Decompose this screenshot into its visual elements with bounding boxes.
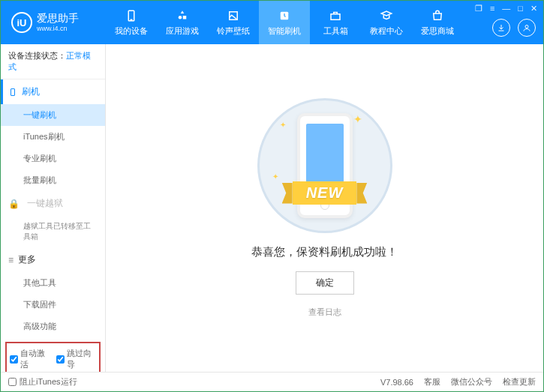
maximize-button[interactable]: □ — [518, 4, 523, 13]
success-message: 恭喜您，保资料刷机成功啦！ — [251, 245, 398, 259]
main-content: ✦ ✦ ✦ NEW 恭喜您，保资料刷机成功啦！ 确定 查看日志 — [106, 44, 543, 372]
section-jailbreak[interactable]: 🔒一键越狱 — [1, 191, 105, 216]
wallpaper-icon — [227, 9, 240, 22]
svg-point-2 — [179, 16, 182, 19]
svg-point-7 — [525, 25, 528, 28]
svg-rect-3 — [183, 16, 187, 19]
top-nav: 我的设备 应用游戏 铃声壁纸 智能刷机 工具箱 教程中心 爱思商城 — [106, 1, 463, 44]
wechat-link[interactable]: 微信公众号 — [451, 376, 492, 388]
sidebar-item-download[interactable]: 下载固件 — [1, 294, 105, 316]
nav-ringtone[interactable]: 铃声壁纸 — [208, 1, 259, 44]
logo-icon: iU — [11, 12, 32, 33]
apps-icon — [176, 9, 189, 22]
section-label: 一键越狱 — [27, 197, 63, 210]
sidebar-item-pro[interactable]: 专业刷机 — [1, 148, 105, 169]
illustration: ✦ ✦ ✦ NEW — [250, 98, 400, 233]
download-button[interactable] — [492, 19, 510, 37]
section-label: 更多 — [18, 253, 36, 266]
more-icon: ≡ — [8, 255, 14, 265]
options-box: 自动激活 跳过向导 — [5, 342, 101, 372]
header: iU 爱思助手 www.i4.cn 我的设备 应用游戏 铃声壁纸 智能刷机 工具… — [1, 1, 543, 44]
sidebar-item-oneclick[interactable]: 一键刷机 — [1, 104, 105, 126]
lock-icon: 🔒 — [8, 199, 20, 209]
toolbox-icon — [329, 9, 342, 22]
sidebar: 设备连接状态：正常模式 刷机 一键刷机 iTunes刷机 专业刷机 批量刷机 🔒… — [1, 44, 106, 372]
nav-label: 智能刷机 — [268, 25, 301, 37]
nav-tutorials[interactable]: 教程中心 — [361, 1, 412, 44]
nav-label: 教程中心 — [370, 25, 403, 37]
flash-icon — [278, 9, 291, 22]
minimize-button[interactable]: — — [502, 4, 510, 13]
support-link[interactable]: 客服 — [424, 376, 440, 388]
update-link[interactable]: 检查更新 — [503, 376, 536, 388]
confirm-button[interactable]: 确定 — [296, 271, 354, 295]
close-button[interactable]: ✕ — [530, 4, 537, 13]
section-more[interactable]: ≡更多 — [1, 247, 105, 272]
new-ribbon: NEW — [282, 181, 368, 205]
connection-status: 设备连接状态：正常模式 — [1, 44, 105, 79]
skip-guide-checkbox[interactable]: 跳过向导 — [56, 348, 97, 370]
svg-rect-8 — [11, 88, 15, 95]
section-flash[interactable]: 刷机 — [1, 79, 105, 104]
window-controls: ❐ ≡ — □ ✕ — [475, 4, 537, 13]
nav-toolbox[interactable]: 工具箱 — [310, 1, 361, 44]
section-label: 刷机 — [22, 85, 40, 98]
block-itunes-checkbox[interactable]: 阻止iTunes运行 — [8, 376, 77, 388]
nav-label: 我的设备 — [115, 25, 148, 37]
sidebar-item-itunes[interactable]: iTunes刷机 — [1, 126, 105, 148]
nav-label: 工具箱 — [323, 25, 348, 37]
store-icon — [431, 9, 444, 22]
brand: iU 爱思助手 www.i4.cn — [1, 12, 106, 33]
svg-rect-6 — [331, 13, 340, 19]
nav-my-device[interactable]: 我的设备 — [106, 1, 157, 44]
nav-apps[interactable]: 应用游戏 — [157, 1, 208, 44]
phone-icon — [8, 88, 17, 97]
tutorial-icon — [380, 9, 393, 22]
nav-label: 爱思商城 — [421, 25, 454, 37]
menu-button[interactable]: ≡ — [490, 4, 494, 13]
view-log-link[interactable]: 查看日志 — [308, 307, 341, 318]
user-button[interactable] — [518, 19, 536, 37]
device-icon — [125, 9, 138, 22]
version-label: V7.98.66 — [380, 378, 413, 387]
nav-flash[interactable]: 智能刷机 — [259, 1, 310, 44]
brand-url: www.i4.cn — [37, 25, 79, 33]
nav-label: 铃声壁纸 — [217, 25, 250, 37]
nav-label: 应用游戏 — [166, 25, 199, 37]
sidebar-item-advanced[interactable]: 高级功能 — [1, 316, 105, 337]
sidebar-item-other[interactable]: 其他工具 — [1, 272, 105, 294]
nav-store[interactable]: 爱思商城 — [412, 1, 463, 44]
brand-name: 爱思助手 — [37, 12, 79, 25]
sidebar-item-batch[interactable]: 批量刷机 — [1, 169, 105, 191]
menu-icon[interactable]: ❐ — [475, 4, 482, 13]
jailbreak-note: 越狱工具已转移至工具箱 — [1, 216, 105, 247]
footer: 阻止iTunes运行 V7.98.66 客服 微信公众号 检查更新 — [1, 372, 543, 391]
auto-activate-checkbox[interactable]: 自动激活 — [10, 348, 50, 370]
header-right — [492, 19, 536, 37]
